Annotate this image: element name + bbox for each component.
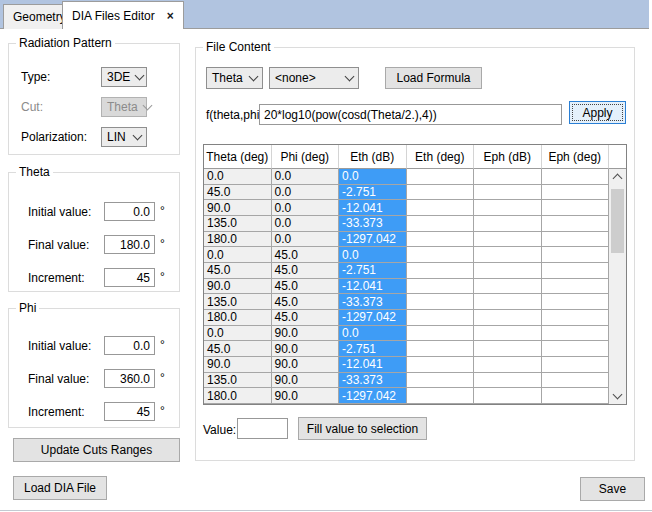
- table-header-cell[interactable]: Phi (deg): [272, 145, 340, 169]
- table-cell[interactable]: -33.373: [339, 373, 407, 389]
- phi-final-input[interactable]: [104, 369, 155, 388]
- table-cell[interactable]: 45.0: [272, 294, 340, 310]
- table-cell[interactable]: 90.0: [272, 341, 340, 357]
- table-header-cell[interactable]: Eph (dB): [474, 145, 542, 169]
- fill-value-to-selection-button[interactable]: Fill value to selection: [298, 417, 427, 440]
- tab-dia-files-editor[interactable]: DIA Files Editor ×: [62, 1, 184, 29]
- table-cell[interactable]: [542, 232, 610, 248]
- table-cell[interactable]: 0.0: [204, 247, 272, 263]
- table-cell[interactable]: [407, 185, 475, 201]
- table-cell[interactable]: [474, 232, 542, 248]
- table-header-cell[interactable]: Eth (dB): [339, 145, 407, 169]
- table-cell[interactable]: [407, 279, 475, 295]
- table-cell[interactable]: 0.0: [204, 169, 272, 185]
- load-formula-button[interactable]: Load Formula: [385, 67, 482, 89]
- table-cell[interactable]: [407, 310, 475, 326]
- table-cell[interactable]: [474, 169, 542, 185]
- phi-initial-input[interactable]: [104, 336, 155, 355]
- formula-combobox[interactable]: <none>: [269, 67, 359, 89]
- table-cell[interactable]: 45.0: [272, 247, 340, 263]
- theta-increment-input[interactable]: [104, 268, 155, 287]
- table-cell[interactable]: [474, 310, 542, 326]
- update-cuts-ranges-button[interactable]: Update Cuts Ranges: [13, 438, 180, 462]
- table-cell[interactable]: 45.0: [272, 310, 340, 326]
- table-cell[interactable]: 45.0: [204, 263, 272, 279]
- table-cell[interactable]: [407, 263, 475, 279]
- close-tab-icon[interactable]: ×: [167, 11, 174, 21]
- table-cell[interactable]: [407, 216, 475, 232]
- table-cell[interactable]: [407, 232, 475, 248]
- table-cell[interactable]: [407, 341, 475, 357]
- formula-input[interactable]: [259, 104, 562, 125]
- table-cell[interactable]: 45.0: [204, 185, 272, 201]
- table-cell[interactable]: [542, 279, 610, 295]
- table-cell[interactable]: [474, 373, 542, 389]
- table-cell[interactable]: -2.751: [339, 185, 407, 201]
- table-header-cell[interactable]: Theta (deg): [204, 145, 272, 169]
- table-cell[interactable]: [542, 388, 610, 404]
- vertical-scrollbar[interactable]: [609, 169, 626, 404]
- table-cell[interactable]: [474, 216, 542, 232]
- table-cell[interactable]: [407, 169, 475, 185]
- table-cell[interactable]: -1297.042: [339, 232, 407, 248]
- table-cell[interactable]: 180.0: [204, 388, 272, 404]
- table-cell[interactable]: 0.0: [339, 247, 407, 263]
- table-cell[interactable]: [542, 373, 610, 389]
- table-cell[interactable]: [542, 200, 610, 216]
- table-cell[interactable]: [474, 263, 542, 279]
- table-cell[interactable]: [474, 200, 542, 216]
- table-cell[interactable]: -2.751: [339, 263, 407, 279]
- table-cell[interactable]: 0.0: [204, 326, 272, 342]
- table-cell[interactable]: -12.041: [339, 200, 407, 216]
- table-cell[interactable]: [542, 216, 610, 232]
- table-cell[interactable]: 0.0: [272, 216, 340, 232]
- table-cell[interactable]: [542, 263, 610, 279]
- table-cell[interactable]: [407, 294, 475, 310]
- table-cell[interactable]: 90.0: [272, 326, 340, 342]
- table-cell[interactable]: [474, 294, 542, 310]
- table-cell[interactable]: 0.0: [339, 169, 407, 185]
- table-cell[interactable]: -12.041: [339, 357, 407, 373]
- table-cell[interactable]: [407, 247, 475, 263]
- table-header-cell[interactable]: Eth (deg): [407, 145, 475, 169]
- table-cell[interactable]: [542, 326, 610, 342]
- table-cell[interactable]: 135.0: [204, 216, 272, 232]
- table-cell[interactable]: [542, 357, 610, 373]
- table-cell[interactable]: 135.0: [204, 373, 272, 389]
- table-cell[interactable]: [474, 279, 542, 295]
- table-cell[interactable]: 90.0: [272, 388, 340, 404]
- table-cell[interactable]: [474, 341, 542, 357]
- table-cell[interactable]: [474, 247, 542, 263]
- table-cell[interactable]: [407, 373, 475, 389]
- phi-increment-input[interactable]: [104, 402, 155, 421]
- polarization-combobox[interactable]: LIN: [101, 127, 147, 147]
- scroll-down-icon[interactable]: [609, 388, 626, 404]
- table-cell[interactable]: [407, 326, 475, 342]
- table-cell[interactable]: [542, 169, 610, 185]
- component-combobox[interactable]: Theta: [206, 67, 263, 89]
- table-cell[interactable]: 180.0: [204, 232, 272, 248]
- table-cell[interactable]: [474, 326, 542, 342]
- table-cell[interactable]: -1297.042: [339, 310, 407, 326]
- table-cell[interactable]: -12.041: [339, 279, 407, 295]
- table-cell[interactable]: 0.0: [272, 185, 340, 201]
- table-cell[interactable]: [542, 185, 610, 201]
- table-cell[interactable]: [407, 388, 475, 404]
- table-cell[interactable]: 90.0: [272, 357, 340, 373]
- table-cell[interactable]: 45.0: [272, 263, 340, 279]
- theta-initial-input[interactable]: [104, 202, 155, 221]
- table-cell[interactable]: 0.0: [272, 169, 340, 185]
- table-cell[interactable]: 90.0: [204, 357, 272, 373]
- theta-final-input[interactable]: [104, 235, 155, 254]
- table-cell[interactable]: -1297.042: [339, 388, 407, 404]
- table-cell[interactable]: [542, 247, 610, 263]
- scroll-up-icon[interactable]: [609, 169, 626, 185]
- type-combobox[interactable]: 3DE: [101, 67, 147, 87]
- table-cell[interactable]: 90.0: [204, 200, 272, 216]
- table-cell[interactable]: [407, 200, 475, 216]
- table-cell[interactable]: [542, 341, 610, 357]
- table-cell[interactable]: -2.751: [339, 341, 407, 357]
- table-cell[interactable]: [542, 294, 610, 310]
- table-cell[interactable]: 0.0: [272, 200, 340, 216]
- table-cell[interactable]: 135.0: [204, 294, 272, 310]
